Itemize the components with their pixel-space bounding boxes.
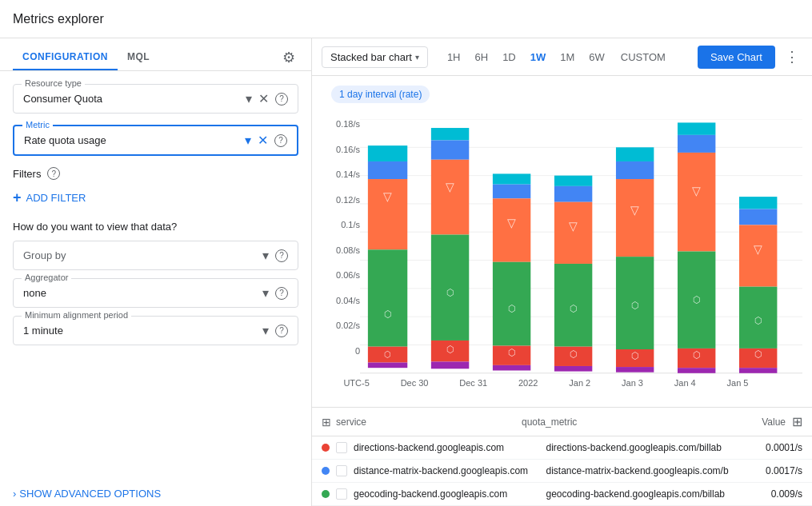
chart-type-selector[interactable]: Stacked bar chart ▾ [322, 46, 428, 68]
chart-toolbar: Stacked bar chart ▾ 1H 6H 1D 1W 1M 6W CU… [312, 38, 812, 76]
time-btn-1m[interactable]: 1M [554, 47, 581, 67]
svg-text:▽: ▽ [383, 189, 392, 203]
metric-field: Metric Rate quota usage ▾ ✕ ? [13, 125, 298, 156]
y-label-7: 0.04/s [336, 296, 360, 305]
legend-row: directions-backend.googleapis.com direct… [312, 436, 812, 460]
y-label-5: 0.08/s [336, 245, 360, 255]
metric-dropdown-icon[interactable]: ▾ [245, 133, 251, 148]
group-by-field: Group by ▾ ? [13, 241, 298, 270]
add-filter-icon: + [13, 189, 22, 206]
legend-value-1: 0.0017/s [738, 465, 802, 476]
x-label-jan5: Jan 5 [727, 378, 749, 388]
svg-rect-42 [554, 366, 592, 372]
legend-color-dot-1 [322, 467, 330, 475]
svg-rect-48 [616, 179, 654, 257]
x-label-jan3: Jan 3 [622, 378, 643, 388]
add-filter-button[interactable]: + ADD FILTER [13, 186, 298, 209]
svg-rect-11 [368, 161, 407, 179]
legend-col-quota-header: quota_metric [522, 416, 715, 428]
interval-badge: 1 day interval (rate) [331, 86, 430, 103]
legend-checkbox-1[interactable] [336, 465, 347, 476]
left-panel: CONFIGURATION MQL ⚙ Resource type Consum… [0, 38, 312, 506]
metric-help-icon[interactable]: ? [274, 134, 287, 147]
time-btn-6h[interactable]: 6H [469, 47, 495, 67]
show-advanced-button[interactable]: › SHOW ADVANCED OPTIONS [0, 481, 311, 506]
svg-text:⬡: ⬡ [508, 303, 515, 313]
svg-rect-29 [493, 185, 530, 199]
view-section-title: How do you want to view that data? [13, 221, 298, 233]
alignment-period-field: Minimum alignment period 1 minute ▾ ? [13, 316, 298, 345]
y-axis: 0.18/s 0.16/s 0.14/s 0.12/s 0.1/s 0.08/s… [322, 119, 360, 375]
svg-text:⬡: ⬡ [754, 349, 762, 359]
svg-text:▽: ▽ [630, 203, 639, 217]
metric-value: Rate quota usage [24, 134, 238, 146]
chart-area: 0.18/s 0.16/s 0.14/s 0.12/s 0.1/s 0.08/s… [312, 113, 812, 404]
time-btn-custom[interactable]: CUSTOM [613, 47, 674, 67]
legend-header: ⊞ service quota_metric Value ⊞ [312, 408, 812, 436]
time-btn-1d[interactable]: 1D [496, 47, 522, 67]
svg-text:⬡: ⬡ [446, 287, 454, 297]
resource-type-label: Resource type [22, 78, 85, 88]
y-label-1: 0.16/s [336, 145, 360, 154]
tab-configuration[interactable]: CONFIGURATION [13, 45, 118, 70]
more-options-icon[interactable]: ⋮ [782, 45, 802, 69]
alignment-period-dropdown-icon[interactable]: ▾ [262, 323, 269, 338]
svg-rect-38 [554, 186, 592, 202]
legend-checkbox-2[interactable] [336, 488, 347, 500]
time-btn-1w[interactable]: 1W [524, 47, 553, 67]
svg-text:⬡: ⬡ [570, 303, 577, 313]
x-axis: UTC-5 Dec 30 Dec 31 2022 Jan 2 Jan 3 Jan… [322, 375, 802, 388]
svg-rect-24 [431, 361, 469, 369]
tab-mql[interactable]: MQL [118, 45, 159, 70]
chart-type-dropdown-icon: ▾ [415, 53, 419, 62]
app-title: Metrics explorer [13, 12, 104, 26]
filters-section: Filters ? + ADD FILTER [13, 167, 298, 209]
metric-clear-icon[interactable]: ✕ [258, 133, 268, 148]
svg-rect-21 [431, 160, 469, 235]
save-chart-button[interactable]: Save Chart [698, 46, 775, 69]
svg-text:▽: ▽ [507, 216, 516, 229]
svg-rect-65 [739, 209, 777, 225]
metric-label: Metric [22, 120, 53, 129]
svg-rect-33 [493, 365, 530, 371]
column-settings-icon[interactable]: ⊞ [792, 414, 802, 429]
y-label-8: 0.02/s [336, 321, 360, 330]
chart-svg: ▽ ⬡ ⬡ ▽ ⬡ ⬡ [360, 119, 802, 375]
y-label-0: 0.18/s [336, 119, 360, 129]
resource-type-dropdown-icon[interactable]: ▾ [246, 91, 252, 106]
group-by-dropdown-icon[interactable]: ▾ [262, 248, 269, 263]
svg-rect-51 [616, 367, 654, 373]
legend-table: ⊞ service quota_metric Value ⊞ directio [312, 407, 812, 506]
service-column-label: service [336, 416, 366, 428]
chevron-down-icon: › [13, 488, 16, 500]
resource-type-help-icon[interactable]: ? [275, 93, 288, 106]
alignment-period-help-icon[interactable]: ? [275, 325, 288, 337]
time-btn-6w[interactable]: 6W [582, 47, 611, 67]
filters-row: Filters ? [13, 167, 298, 180]
x-label-utc: UTC-5 [343, 378, 369, 388]
legend-service-2: geocoding-backend.googleapis.com [354, 488, 540, 500]
right-panel: Stacked bar chart ▾ 1H 6H 1D 1W 1M 6W CU… [312, 38, 812, 506]
gear-icon[interactable]: ⚙ [279, 46, 298, 70]
svg-rect-60 [678, 368, 715, 373]
y-label-6: 0.06/s [336, 270, 360, 280]
aggregator-help-icon[interactable]: ? [275, 287, 288, 300]
service-column-icon: ⊞ [322, 416, 331, 428]
resource-type-clear-icon[interactable]: ✕ [258, 91, 269, 106]
svg-text:▽: ▽ [692, 184, 701, 197]
legend-checkbox-0[interactable] [336, 442, 347, 453]
quota-column-label: quota_metric [522, 416, 577, 428]
filters-help-icon[interactable]: ? [47, 167, 60, 180]
group-by-help-icon[interactable]: ? [275, 249, 288, 262]
interval-badge-container: 1 day interval (rate) [312, 76, 812, 113]
group-by-value: Group by [23, 249, 256, 261]
legend-col-value-header: Value [722, 416, 786, 428]
aggregator-dropdown-icon[interactable]: ▾ [262, 285, 269, 301]
svg-rect-66 [739, 225, 777, 286]
legend-value-2: 0.009/s [738, 488, 802, 500]
svg-rect-28 [493, 173, 530, 184]
svg-rect-47 [616, 161, 654, 179]
time-btn-1h[interactable]: 1H [441, 47, 467, 67]
chart-type-label: Stacked bar chart [330, 51, 412, 63]
legend-value-0: 0.0001/s [738, 442, 802, 453]
